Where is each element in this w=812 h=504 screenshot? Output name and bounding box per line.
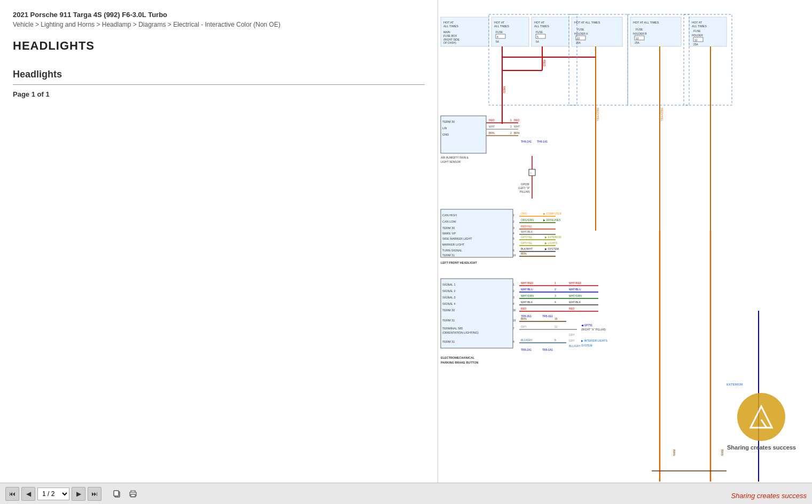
svg-text:4: 4 <box>513 302 514 305</box>
svg-text:1: 1 <box>510 119 512 122</box>
svg-text:HOLDER A: HOLDER A <box>574 32 588 35</box>
svg-text:MAIN: MAIN <box>443 30 450 34</box>
svg-text:WHT/GRN: WHT/GRN <box>569 294 582 297</box>
svg-rect-201 <box>131 494 135 497</box>
prev-page-button[interactable]: ◀ <box>21 487 35 501</box>
svg-text:ORG/GRN: ORG/GRN <box>521 218 534 222</box>
svg-text:3: 3 <box>555 294 556 297</box>
copy-button[interactable] <box>110 487 124 501</box>
svg-text:16: 16 <box>555 317 558 320</box>
svg-text:TH6-1A1: TH6-1A1 <box>537 140 548 143</box>
svg-text:TR6-2A1: TR6-2A1 <box>521 348 532 351</box>
svg-text:SIGNAL 3: SIGNAL 3 <box>442 296 456 299</box>
svg-text:FUSE: FUSE <box>496 30 503 34</box>
svg-text:▶ SYSTEM: ▶ SYSTEM <box>545 247 559 250</box>
svg-text:▶ INTERIOR LIGHTS: ▶ INTERIOR LIGHTS <box>581 339 607 342</box>
svg-text:25A: 25A <box>576 41 581 44</box>
svg-text:2: 2 <box>513 220 514 223</box>
left-panel: 2021 Porsche 911 Targa 4S (992) F6-3.0L … <box>0 0 438 483</box>
svg-text:4: 4 <box>555 301 556 304</box>
svg-text:WHT/BLK: WHT/BLK <box>521 301 533 304</box>
svg-line-198 <box>761 420 767 428</box>
svg-text:TERM 30: TERM 30 <box>442 309 455 312</box>
svg-text:TURN SIGNAL: TURN SIGNAL <box>442 249 462 252</box>
svg-text:RED: RED <box>543 60 546 67</box>
svg-text:LEFT FRONT HEADLIGHT: LEFT FRONT HEADLIGHT <box>441 261 477 264</box>
svg-text:WHT/BLK: WHT/BLK <box>569 301 581 304</box>
svg-text:7: 7 <box>513 243 514 246</box>
svg-text:▶ COMPUTER: ▶ COMPUTER <box>543 212 561 215</box>
svg-text:2: 2 <box>555 288 556 291</box>
svg-text:BLU/GRY: BLU/GRY <box>569 344 581 348</box>
svg-text:WHT: WHT <box>514 125 520 128</box>
svg-text:OF DASH): OF DASH) <box>443 41 456 44</box>
svg-text:3: 3 <box>513 226 514 230</box>
svg-text:2: 2 <box>510 131 512 135</box>
svg-text:GRY: GRY <box>569 333 575 336</box>
svg-marker-197 <box>751 406 772 428</box>
svg-text:FUSE: FUSE <box>636 28 643 31</box>
svg-text:4: 4 <box>497 35 498 38</box>
next-page-button[interactable]: ▶ <box>72 487 85 501</box>
svg-text:ALL TIMES: ALL TIMES <box>692 25 707 28</box>
svg-text:FUSE: FUSE <box>693 29 701 33</box>
svg-text:TH6-2A1: TH6-2A1 <box>521 140 532 143</box>
page-selector[interactable]: 1 / 2 2 / 2 <box>37 487 69 500</box>
print-button[interactable] <box>126 487 140 501</box>
svg-text:4: 4 <box>513 232 514 235</box>
svg-text:LIN: LIN <box>442 127 447 130</box>
svg-text:ORG: ORG <box>521 212 527 215</box>
svg-text:FUSE: FUSE <box>577 28 584 31</box>
svg-text:RED: RED <box>569 307 575 310</box>
svg-text:8: 8 <box>555 338 556 342</box>
svg-text:5A: 5A <box>496 40 499 43</box>
svg-text:WAKE UP: WAKE UP <box>442 232 456 235</box>
svg-text:HOLDER B: HOLDER B <box>633 32 647 35</box>
svg-text:CAN LOW: CAN LOW <box>442 220 456 223</box>
vehicle-title: 2021 Porsche 911 Targa 4S (992) F6-3.0L … <box>13 11 425 19</box>
svg-text:HOT AT: HOT AT <box>692 21 702 24</box>
svg-text:SIGNAL 4: SIGNAL 4 <box>442 302 456 305</box>
svg-text:RED/YEL: RED/YEL <box>521 225 533 228</box>
svg-text:HOT AT: HOT AT <box>534 21 545 24</box>
svg-text:TERM 31: TERM 31 <box>442 340 455 343</box>
watermark-circle <box>737 393 785 441</box>
svg-text:TR6-1A1: TR6-1A1 <box>542 348 553 351</box>
svg-text:LIGHT SENSOR: LIGHT SENSOR <box>441 160 461 163</box>
svg-text:5: 5 <box>537 35 538 38</box>
svg-text:WHT/BLU: WHT/BLU <box>569 288 581 291</box>
svg-text:2: 2 <box>513 289 514 293</box>
svg-text:BRN: BRN <box>673 450 676 456</box>
svg-text:SYSTEM: SYSTEM <box>581 344 592 347</box>
svg-text:12: 12 <box>577 37 580 40</box>
svg-rect-200 <box>114 491 119 496</box>
svg-text:TERM 30: TERM 30 <box>442 120 455 123</box>
svg-text:FUSE BOX: FUSE BOX <box>443 34 457 37</box>
wiring-area: HOT AT ALL TIMES MAIN FUSE BOX (RIGHT SI… <box>438 0 812 483</box>
svg-text:(ORIENTATION LIGHTING): (ORIENTATION LIGHTING) <box>442 331 479 334</box>
svg-text:○: ○ <box>530 171 532 175</box>
section-heading: HEADLIGHTS <box>13 39 425 53</box>
svg-text:WHT/RED: WHT/RED <box>521 281 534 285</box>
svg-text:GND: GND <box>442 133 449 136</box>
last-page-button[interactable]: ⏭ <box>88 487 102 501</box>
svg-text:3: 3 <box>510 125 512 128</box>
first-page-button[interactable]: ⏮ <box>5 487 19 501</box>
svg-text:MARKER LIGHT: MARKER LIGHT <box>442 243 465 246</box>
svg-text:WHT/RED: WHT/RED <box>569 281 582 285</box>
svg-text:PARKING BRAKE BUTTON: PARKING BRAKE BUTTON <box>441 361 478 364</box>
svg-text:HOT AT ALL TIMES: HOT AT ALL TIMES <box>633 21 659 24</box>
svg-text:HOT AT ALL TIMES: HOT AT ALL TIMES <box>574 21 600 24</box>
svg-text:1: 1 <box>555 281 556 285</box>
svg-text:7: 7 <box>513 327 514 330</box>
svg-text:▶ DATALINES: ▶ DATALINES <box>543 218 561 222</box>
svg-text:BRN: BRN <box>514 131 520 135</box>
svg-text:ALL TIMES: ALL TIMES <box>534 25 549 28</box>
svg-text:TERM 31: TERM 31 <box>442 254 455 257</box>
svg-text:BRN: BRN <box>521 252 527 255</box>
svg-text:WHT/BLU: WHT/BLU <box>521 288 533 291</box>
svg-text:WHT: WHT <box>489 125 495 128</box>
svg-text:GP039: GP039 <box>521 183 529 186</box>
svg-text:BLK/WHT: BLK/WHT <box>521 247 533 250</box>
svg-text:AIR HUMIDITY RAIN &: AIR HUMIDITY RAIN & <box>441 156 469 159</box>
